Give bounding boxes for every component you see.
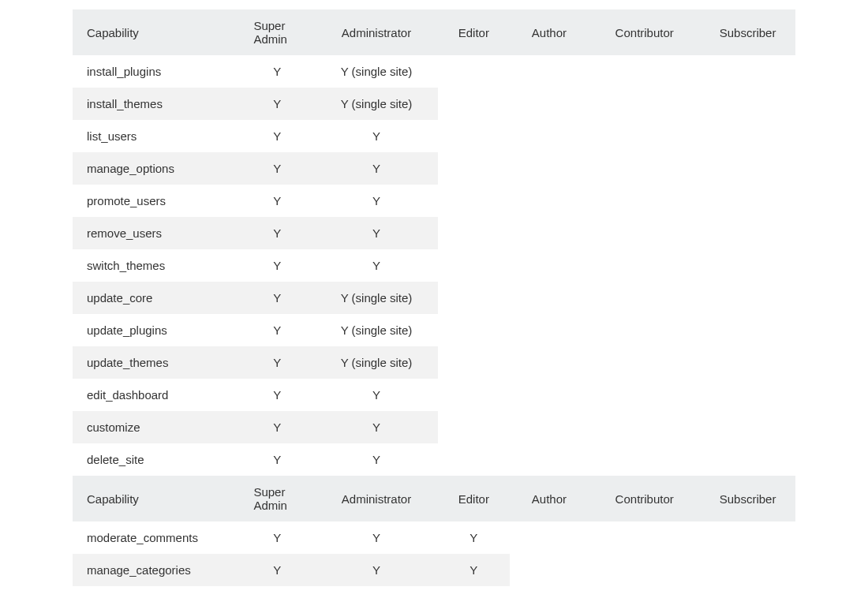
table-row: promote_usersYY [73,185,795,217]
cell-contributor [589,217,700,249]
col-author: Author [510,476,589,521]
cell-author [510,282,589,314]
cell-author [510,185,589,217]
cell-editor [438,185,510,217]
table-row: install_themesYY (single site) [73,88,795,120]
cell-subscriber [700,217,795,249]
table-row: install_pluginsYY (single site) [73,55,795,88]
cell-capability: edit_dashboard [73,379,239,411]
cell-editor [438,379,510,411]
cell-administrator: Y (single site) [315,314,438,346]
cell-capability: promote_users [73,185,239,217]
cell-capability: manage_categories [73,554,239,586]
cell-editor [438,88,510,120]
cell-editor [438,55,510,88]
cell-super-admin: Y [239,152,315,185]
cell-subscriber [700,282,795,314]
cell-editor: Y [438,554,510,586]
cell-super-admin: Y [239,120,315,152]
cell-editor [438,314,510,346]
col-super-admin-line1: Super [253,19,301,32]
table-row: delete_siteYY [73,443,795,476]
cell-administrator: Y [315,521,438,554]
cell-super-admin: Y [239,554,315,586]
cell-administrator: Y [315,217,438,249]
cell-contributor [589,379,700,411]
cell-subscriber [700,120,795,152]
cell-subscriber [700,314,795,346]
cell-author [510,88,589,120]
table-row: customizeYY [73,411,795,443]
col-administrator: Administrator [315,476,438,521]
cell-super-admin: Y [239,346,315,379]
cell-subscriber [700,443,795,476]
cell-author [510,521,589,554]
cell-administrator: Y [315,379,438,411]
cell-contributor [589,346,700,379]
cell-contributor [589,120,700,152]
cell-super-admin: Y [239,185,315,217]
cell-author [510,120,589,152]
cell-capability: customize [73,411,239,443]
cell-super-admin: Y [239,379,315,411]
table-row: remove_usersYY [73,217,795,249]
cell-super-admin: Y [239,521,315,554]
col-administrator: Administrator [315,9,438,55]
cell-author [510,443,589,476]
table-row: list_usersYY [73,120,795,152]
cell-subscriber [700,346,795,379]
table-header-row: CapabilitySuperAdminAdministratorEditorA… [73,9,795,55]
cell-super-admin: Y [239,314,315,346]
cell-author [510,379,589,411]
cell-administrator: Y [315,411,438,443]
cell-super-admin: Y [239,249,315,282]
col-super-admin: SuperAdmin [239,476,315,521]
cell-subscriber [700,185,795,217]
table-row: edit_dashboardYY [73,379,795,411]
cell-author [510,346,589,379]
cell-capability: list_users [73,120,239,152]
cell-editor [438,152,510,185]
cell-administrator: Y [315,554,438,586]
col-contributor: Contributor [589,476,700,521]
col-editor: Editor [438,9,510,55]
cell-editor: Y [438,521,510,554]
cell-capability: switch_themes [73,249,239,282]
cell-author [510,411,589,443]
cell-subscriber [700,152,795,185]
cell-capability: update_plugins [73,314,239,346]
cell-contributor [589,249,700,282]
cell-contributor [589,443,700,476]
cell-capability: manage_options [73,152,239,185]
cell-capability: delete_site [73,443,239,476]
table-row: update_coreYY (single site) [73,282,795,314]
cell-author [510,554,589,586]
cell-contributor [589,411,700,443]
cell-editor [438,411,510,443]
cell-contributor [589,554,700,586]
table-row: update_pluginsYY (single site) [73,314,795,346]
cell-capability: install_plugins [73,55,239,88]
cell-super-admin: Y [239,411,315,443]
cell-administrator: Y (single site) [315,282,438,314]
cell-administrator: Y [315,249,438,282]
table-body: CapabilitySuperAdminAdministratorEditorA… [73,9,795,586]
cell-administrator: Y (single site) [315,55,438,88]
cell-contributor [589,152,700,185]
cell-author [510,217,589,249]
cell-super-admin: Y [239,443,315,476]
cell-subscriber [700,55,795,88]
table-header-row: CapabilitySuperAdminAdministratorEditorA… [73,476,795,521]
capabilities-table-page: CapabilitySuperAdminAdministratorEditorA… [0,0,868,598]
capabilities-table: CapabilitySuperAdminAdministratorEditorA… [73,9,795,586]
cell-subscriber [700,554,795,586]
table-row: moderate_commentsYYY [73,521,795,554]
cell-editor [438,443,510,476]
cell-author [510,152,589,185]
table-row: manage_categoriesYYY [73,554,795,586]
cell-subscriber [700,88,795,120]
cell-contributor [589,521,700,554]
cell-administrator: Y [315,152,438,185]
col-author: Author [510,9,589,55]
cell-capability: moderate_comments [73,521,239,554]
